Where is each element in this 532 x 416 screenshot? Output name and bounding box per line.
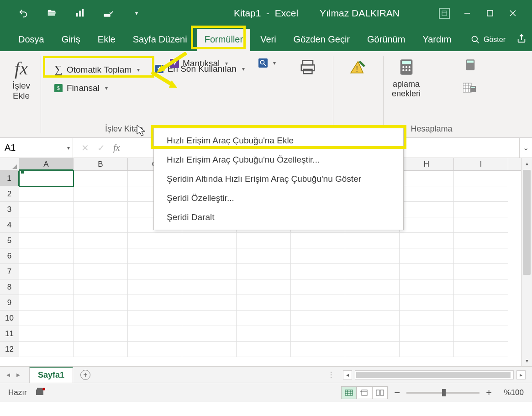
- cell[interactable]: [400, 311, 454, 326]
- cell[interactable]: [19, 186, 74, 202]
- user-name[interactable]: Yılmaz DALKIRAN: [320, 8, 400, 19]
- name-box[interactable]: ▾: [0, 138, 73, 158]
- tab-review[interactable]: Gözden Geçir: [286, 29, 357, 51]
- cell[interactable]: [19, 295, 74, 311]
- cell[interactable]: [19, 311, 74, 326]
- cell[interactable]: [454, 248, 508, 264]
- chart-icon[interactable]: [75, 8, 85, 18]
- autosum-button[interactable]: ∑ Otomatik Toplam ▾: [50, 63, 143, 77]
- cell[interactable]: [400, 248, 454, 264]
- cell[interactable]: [400, 326, 454, 342]
- cell[interactable]: [19, 326, 74, 342]
- customize-qat-icon[interactable]: ▾: [132, 8, 142, 18]
- calc-options-button[interactable]: aplama enekleri: [392, 58, 421, 99]
- cell[interactable]: [237, 342, 291, 357]
- cell[interactable]: [400, 171, 454, 186]
- cell[interactable]: [345, 295, 400, 311]
- cm-add-to-qat[interactable]: Hızlı Erişim Araç Çubuğu'na Ekle: [154, 131, 403, 150]
- cell[interactable]: [19, 342, 74, 357]
- sheet-nav-prev[interactable]: ◂: [6, 370, 10, 379]
- hscroll-right[interactable]: ▸: [516, 370, 526, 379]
- cell[interactable]: [237, 295, 291, 311]
- cm-customize-qat[interactable]: Hızlı Erişim Araç Çubuğu'nu Özelleştir..…: [154, 150, 403, 169]
- minimize-button[interactable]: [462, 8, 473, 19]
- tab-help[interactable]: Yardım: [415, 29, 458, 51]
- error-checking-button[interactable]: !: [337, 58, 379, 77]
- cell[interactable]: [345, 279, 400, 295]
- cell[interactable]: [19, 279, 74, 295]
- cell[interactable]: [454, 326, 508, 342]
- zoom-slider[interactable]: [406, 392, 479, 394]
- calc-now-button[interactable]: [464, 58, 477, 73]
- row-header[interactable]: 1: [0, 171, 19, 186]
- cell[interactable]: [454, 233, 508, 248]
- row-header[interactable]: 12: [0, 342, 19, 357]
- cell[interactable]: [19, 217, 74, 233]
- cell[interactable]: [454, 217, 508, 233]
- cell[interactable]: [454, 279, 508, 295]
- cell[interactable]: [74, 233, 128, 248]
- cell[interactable]: [19, 248, 74, 264]
- row-header[interactable]: 11: [0, 326, 19, 342]
- zoom-slider-thumb[interactable]: [442, 389, 446, 396]
- fx-small-icon[interactable]: fx: [113, 142, 120, 153]
- cell[interactable]: [182, 264, 237, 279]
- insert-function-button[interactable]: fx İşlev Ekle: [6, 58, 36, 101]
- expand-formula-bar[interactable]: ⌄: [519, 138, 532, 158]
- cell[interactable]: [345, 342, 400, 357]
- cell[interactable]: [345, 248, 400, 264]
- cm-customize-ribbon[interactable]: Şeridi Özelleştir...: [154, 189, 403, 208]
- tab-view[interactable]: Görünüm: [360, 29, 412, 51]
- cell[interactable]: [400, 233, 454, 248]
- tell-me-search[interactable]: Göster: [471, 35, 506, 44]
- scroll-up-icon[interactable]: ▴: [521, 158, 532, 169]
- cell[interactable]: [74, 248, 128, 264]
- row-header[interactable]: 8: [0, 279, 19, 295]
- row-header[interactable]: 5: [0, 233, 19, 248]
- row-header[interactable]: 7: [0, 264, 19, 279]
- cell[interactable]: [74, 326, 128, 342]
- cell[interactable]: [182, 233, 237, 248]
- col-header-B[interactable]: B: [74, 158, 128, 170]
- cell[interactable]: [400, 202, 454, 217]
- cell[interactable]: [237, 326, 291, 342]
- cell[interactable]: [400, 279, 454, 295]
- cell[interactable]: [454, 186, 508, 202]
- macro-record-icon[interactable]: [35, 387, 46, 398]
- select-all-corner[interactable]: [0, 158, 19, 170]
- tab-file[interactable]: Dosya: [11, 29, 52, 51]
- cell[interactable]: [182, 248, 237, 264]
- cell[interactable]: [74, 342, 128, 357]
- undo-icon[interactable]: [18, 8, 28, 18]
- calc-sheet-button[interactable]: [463, 81, 477, 96]
- maximize-button[interactable]: [485, 8, 495, 19]
- cell[interactable]: [182, 279, 237, 295]
- cell[interactable]: [400, 264, 454, 279]
- cell[interactable]: [400, 295, 454, 311]
- cell[interactable]: [345, 326, 400, 342]
- zoom-out-button[interactable]: −: [394, 387, 400, 399]
- cell[interactable]: [291, 279, 345, 295]
- view-page-layout[interactable]: [357, 386, 372, 399]
- cell[interactable]: [128, 311, 182, 326]
- view-normal[interactable]: [341, 386, 357, 399]
- cell[interactable]: [400, 186, 454, 202]
- cell[interactable]: [74, 295, 128, 311]
- enter-icon[interactable]: ✓: [97, 142, 105, 153]
- lookup-button[interactable]: ▾: [255, 57, 279, 69]
- cell[interactable]: [19, 264, 74, 279]
- hscroll-left[interactable]: ◂: [343, 370, 352, 379]
- col-header-H[interactable]: H: [400, 158, 454, 170]
- col-header-A[interactable]: A: [19, 158, 74, 170]
- cell[interactable]: [291, 311, 345, 326]
- zoom-in-button[interactable]: +: [486, 387, 492, 399]
- view-page-break[interactable]: [372, 386, 388, 399]
- col-header-I[interactable]: I: [454, 158, 508, 170]
- cancel-icon[interactable]: ✕: [81, 142, 89, 153]
- cell[interactable]: [454, 264, 508, 279]
- scroll-thumb[interactable]: [523, 170, 531, 275]
- cell[interactable]: [74, 202, 128, 217]
- logical-button[interactable]: ? Mantıksal ▾: [166, 57, 232, 70]
- cell[interactable]: [182, 326, 237, 342]
- financial-button[interactable]: $ Finansal ▾: [50, 81, 111, 95]
